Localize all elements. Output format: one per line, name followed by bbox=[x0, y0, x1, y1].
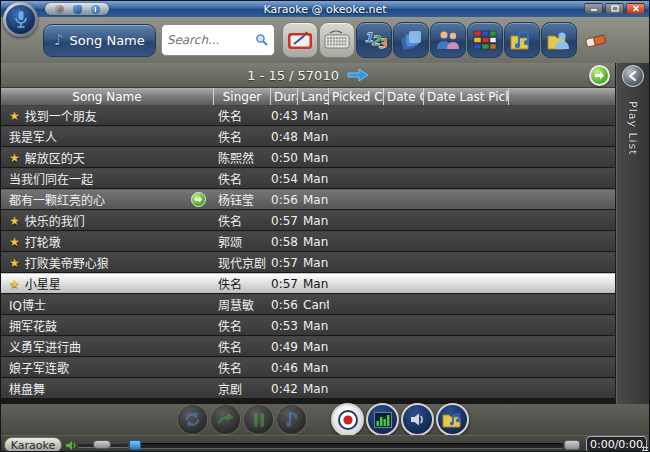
column-header[interactable]: Durat bbox=[271, 88, 298, 105]
table-row[interactable]: ★ 都有一颗红亮的心 杨钰莹 0:56 Man bbox=[1, 189, 615, 209]
resize-grip[interactable] bbox=[642, 446, 648, 452]
song-name-cell: ★ 娘子军连歌 bbox=[1, 359, 214, 376]
settings-shield-icon[interactable] bbox=[73, 5, 82, 14]
volume-slider-handle[interactable] bbox=[93, 440, 111, 449]
pause-button[interactable] bbox=[243, 404, 274, 435]
singer-cell: 京剧 bbox=[214, 380, 271, 397]
languages-flags-button[interactable] bbox=[467, 22, 503, 58]
song-name-cell: ★ 打轮墩 bbox=[1, 233, 214, 250]
singer-cell: 现代京剧 bbox=[214, 254, 271, 271]
table-row[interactable]: ★ 义勇军进行曲 佚名 0:49 Man bbox=[1, 336, 615, 356]
song-name-text: 拥军花鼓 bbox=[9, 317, 57, 334]
duration-cell: 0:43 bbox=[271, 109, 298, 123]
person-folder-button[interactable] bbox=[541, 22, 577, 58]
column-header[interactable]: Langu bbox=[298, 88, 329, 105]
search-icon[interactable] bbox=[255, 33, 269, 47]
sidebar-collapse-button[interactable] bbox=[622, 65, 644, 87]
duration-cell: 0:53 bbox=[271, 319, 298, 333]
table-row[interactable]: ★ 找到一个朋友 佚名 0:43 Man bbox=[1, 105, 615, 125]
melody-button[interactable] bbox=[276, 404, 307, 435]
song-name-text: 快乐的我们 bbox=[25, 212, 85, 229]
source-selector-button[interactable]: Karaoke bbox=[4, 437, 62, 452]
language-cell: Man bbox=[298, 214, 329, 228]
table-row[interactable]: ★ 拥军花鼓 佚名 0:53 Man bbox=[1, 315, 615, 335]
blue-arrow-right-icon[interactable] bbox=[347, 68, 369, 82]
song-name-cell: ★ 小星星 bbox=[1, 275, 214, 292]
table-row[interactable]: ★ 快乐的我们 佚名 0:57 Man bbox=[1, 210, 615, 230]
column-header[interactable]: Date Last Pick bbox=[424, 88, 509, 105]
eraser-icon[interactable] bbox=[584, 32, 608, 48]
singers-button[interactable] bbox=[430, 22, 466, 58]
chevron-left-icon bbox=[628, 71, 637, 81]
column-header[interactable]: Picked Co bbox=[329, 88, 384, 105]
record-button[interactable] bbox=[331, 403, 364, 436]
music-folder-button[interactable] bbox=[436, 403, 469, 436]
table-row[interactable]: ★ 我是军人 佚名 0:48 Man bbox=[1, 126, 615, 146]
table-row[interactable]: ★ 打败美帝野心狼 现代京剧 0:57 Man bbox=[1, 252, 615, 272]
speaker-button[interactable] bbox=[401, 403, 434, 436]
source-label: Karaoke bbox=[11, 439, 56, 452]
table-row[interactable]: ★ 打轮墩 郭颂 0:58 Man bbox=[1, 231, 615, 251]
star-icon: ★ bbox=[9, 109, 20, 123]
app-logo[interactable] bbox=[3, 2, 38, 37]
handwriting-pad-button[interactable] bbox=[282, 22, 318, 58]
minimize-button[interactable] bbox=[584, 3, 603, 14]
singer-cell: 佚名 bbox=[214, 107, 271, 124]
playlist-tab-label[interactable]: Play List bbox=[626, 101, 639, 156]
next-song-button[interactable] bbox=[210, 404, 241, 435]
language-cell: Man bbox=[298, 340, 329, 354]
equalizer-button[interactable] bbox=[366, 403, 399, 436]
duration-cell: 0:50 bbox=[271, 151, 298, 165]
close-button[interactable] bbox=[626, 3, 645, 14]
singer-cell: 杨钰莹 bbox=[214, 191, 271, 208]
progress-slider-handle[interactable] bbox=[129, 440, 141, 450]
table-row[interactable]: ★ 棋盘舞 京剧 0:42 Man bbox=[1, 378, 615, 398]
singer-cell: 佚名 bbox=[214, 275, 271, 292]
duration-cell: 0:56 bbox=[271, 193, 298, 207]
singer-cell: 佚名 bbox=[214, 338, 271, 355]
search-input[interactable] bbox=[167, 33, 255, 47]
song-list-panel: 1 - 15 / 57010 Song NameSingerDuratLangu… bbox=[1, 63, 615, 404]
next-page-button[interactable] bbox=[589, 65, 610, 86]
song-name-text: 解放区的天 bbox=[25, 149, 85, 166]
search-box[interactable] bbox=[161, 24, 275, 56]
transport-bar: Karaoke 0:00/0:00 bbox=[1, 435, 649, 452]
song-name-cell: ★ 棋盘舞 bbox=[1, 380, 214, 397]
table-row[interactable]: ★ 当我们同在一起 佚名 0:54 Man bbox=[1, 168, 615, 188]
note-folder-button[interactable] bbox=[504, 22, 540, 58]
green-arrow-right-icon bbox=[594, 70, 605, 81]
star-icon: ★ bbox=[9, 151, 20, 165]
numbers-123-button[interactable]: 123 bbox=[356, 22, 392, 58]
table-row[interactable]: ★ 娘子军连歌 佚名 0:46 Man bbox=[1, 357, 615, 377]
star-icon: ★ bbox=[9, 235, 20, 249]
record-indicator-icon[interactable] bbox=[55, 5, 64, 14]
column-header[interactable]: Date Crea bbox=[384, 88, 424, 105]
language-cell: Man bbox=[298, 109, 329, 123]
music-note-icon: ♪ bbox=[54, 31, 64, 49]
duration-cell: 0:54 bbox=[271, 172, 298, 186]
maximize-button[interactable] bbox=[605, 3, 624, 14]
language-cell: Man bbox=[298, 130, 329, 144]
repeat-button[interactable] bbox=[177, 404, 208, 435]
keyboard-button[interactable] bbox=[319, 22, 355, 58]
toolbar-buttons: 123 bbox=[282, 22, 578, 58]
play-now-icon[interactable] bbox=[191, 192, 206, 207]
language-cell: Man bbox=[298, 151, 329, 165]
table-row[interactable]: ★ 小星星 佚名 0:57 Man bbox=[1, 273, 615, 293]
table-header: Song NameSingerDuratLanguPicked CoDate C… bbox=[1, 88, 615, 105]
progress-slider-track[interactable] bbox=[129, 443, 563, 448]
column-header[interactable]: Singer bbox=[214, 88, 271, 105]
song-name-button-label: Song Name bbox=[70, 33, 145, 48]
star-icon: ★ bbox=[9, 214, 20, 228]
song-cards-button[interactable] bbox=[393, 22, 429, 58]
info-icon[interactable] bbox=[91, 5, 100, 14]
column-header[interactable]: Song Name bbox=[1, 88, 214, 105]
table-row[interactable]: ★ 解放区的天 陈熙然 0:50 Man bbox=[1, 147, 615, 167]
progress-end-handle[interactable] bbox=[564, 440, 580, 450]
table-row[interactable]: ★ IQ博士 周慧敏 0:56 Cant bbox=[1, 294, 615, 314]
song-name-search-mode-button[interactable]: ♪ Song Name bbox=[43, 24, 156, 57]
title-bar[interactable]: Karaoke @ okeoke.net bbox=[1, 1, 649, 17]
duration-cell: 0:46 bbox=[271, 361, 298, 375]
song-name-cell: ★ IQ博士 bbox=[1, 296, 214, 313]
language-cell: Man bbox=[298, 277, 329, 291]
